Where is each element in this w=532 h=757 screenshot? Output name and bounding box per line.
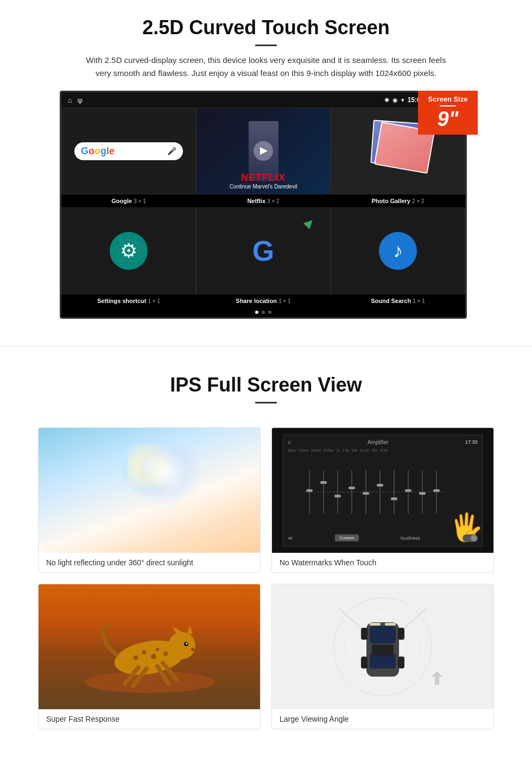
- title-divider-2: [255, 402, 277, 403]
- svg-point-34: [134, 655, 138, 660]
- badge-divider: [440, 105, 456, 106]
- usb-icon: ψ: [78, 96, 83, 104]
- cheetah-caption: Super Fast Response: [39, 709, 260, 729]
- svg-rect-13: [334, 495, 341, 497]
- svg-marker-53: [432, 671, 442, 685]
- svg-rect-12: [320, 481, 327, 484]
- music-icon-circle: ♪: [379, 232, 417, 270]
- svg-rect-18: [405, 489, 411, 492]
- section-divider: [0, 346, 532, 346]
- app-grid-row2: ⚙ ⚙ G: [61, 207, 465, 294]
- dot-1[interactable]: [255, 311, 258, 314]
- svg-rect-19: [419, 492, 426, 495]
- sunlight-image: [39, 428, 260, 553]
- feature-card-sunlight: No light reflecting under 360° direct su…: [38, 427, 261, 573]
- netflix-logo: NETFLIX: [202, 172, 325, 184]
- location-app-cell[interactable]: G: [196, 207, 331, 294]
- svg-rect-20: [433, 489, 440, 492]
- loudness-toggle[interactable]: [463, 534, 478, 542]
- svg-marker-26: [187, 625, 193, 635]
- svg-point-33: [156, 648, 159, 651]
- device-wrapper: Screen Size 9" ⌂ ψ ✱ ◉ ▾ 15:06: [60, 91, 472, 319]
- amp-title: Amplifier: [368, 439, 389, 445]
- svg-point-31: [142, 650, 146, 654]
- svg-rect-47: [361, 628, 368, 640]
- svg-point-37: [186, 643, 188, 645]
- feature-card-amplifier: ⌂ Amplifier 17:33 60hz 100hz 200hz 500hz…: [271, 427, 494, 573]
- svg-point-32: [151, 654, 156, 659]
- amp-home: ⌂: [288, 439, 290, 445]
- android-screen: ⌂ ψ ✱ ◉ ▾ 15:06 ⊡ ◁) ⊠ ▭: [60, 91, 467, 319]
- app-label-row1: Google 3 × 1 Netflix 3 × 2 Photo Gallery…: [61, 194, 465, 207]
- svg-rect-15: [363, 492, 369, 495]
- cheetah-svg: [73, 598, 225, 696]
- google-search-bar[interactable]: Google 🎤: [74, 142, 183, 160]
- amp-freq-labels: 60hz 100hz 200hz 500hz 1k 2.5k 10k 12.5k…: [288, 449, 477, 452]
- feature-grid: No light reflecting under 360° direct su…: [27, 427, 505, 729]
- amplifier-image: ⌂ Amplifier 17:33 60hz 100hz 200hz 500hz…: [272, 428, 493, 553]
- section1-description: With 2.5D curved-display screen, this de…: [81, 54, 451, 80]
- music-icon: ♪: [393, 239, 403, 262]
- dot-2[interactable]: [262, 311, 265, 314]
- location-label: Share location 1 × 1: [196, 297, 331, 305]
- netflix-app-cell[interactable]: NETFLIX Continue Marvel's Daredevil: [196, 108, 331, 194]
- custom-button[interactable]: Custom: [335, 534, 359, 541]
- amp-header: ⌂ Amplifier 17:33: [288, 439, 477, 445]
- bluetooth-icon: ✱: [384, 97, 389, 104]
- amplifier-caption: No Watermarks When Touch: [272, 553, 493, 572]
- loudness-label: loudness: [401, 535, 420, 541]
- eq-sliders-svg: [304, 465, 445, 519]
- home-icon[interactable]: ⌂: [68, 96, 72, 104]
- svg-rect-52: [385, 623, 396, 626]
- play-button[interactable]: [254, 141, 273, 161]
- section-ips: IPS Full Screen View: [0, 363, 532, 427]
- svg-rect-51: [370, 623, 381, 626]
- svg-rect-16: [377, 484, 383, 487]
- google-label: Google 3 × 1: [61, 197, 196, 205]
- dot-3[interactable]: [268, 311, 271, 314]
- google-logo: Google: [81, 146, 115, 157]
- wifi-icon: ▾: [401, 97, 404, 104]
- mic-icon[interactable]: 🎤: [167, 147, 176, 155]
- title-divider: [255, 45, 277, 46]
- car-caption: Large Viewing Angle: [272, 709, 493, 729]
- app-grid-row1: Google 🎤: [61, 108, 465, 194]
- svg-rect-44: [370, 626, 396, 644]
- svg-rect-14: [349, 487, 355, 489]
- screen-size-badge: Screen Size 9": [418, 91, 478, 135]
- nav-arrow: [305, 219, 314, 228]
- svg-point-24: [168, 632, 195, 659]
- section-curved: 2.5D Curved Touch Screen With 2.5D curve…: [0, 0, 532, 330]
- google-app-cell[interactable]: Google 🎤: [61, 108, 196, 194]
- section2-title: IPS Full Screen View: [33, 374, 499, 396]
- google-g-letter: G: [252, 237, 274, 265]
- car-svg: [307, 592, 459, 701]
- sound-app-cell[interactable]: ♪: [331, 207, 465, 294]
- status-bar-left: ⌂ ψ: [68, 96, 83, 104]
- settings-app-cell[interactable]: ⚙ ⚙: [61, 207, 196, 294]
- feature-card-car: Large Viewing Angle: [271, 584, 494, 729]
- cheetah-image: [39, 584, 260, 709]
- amp-back: ≪: [288, 535, 293, 541]
- svg-rect-17: [391, 497, 397, 500]
- svg-rect-11: [306, 489, 313, 492]
- amp-time: 17:33: [465, 439, 478, 445]
- car-image: [272, 584, 493, 709]
- section1-title: 2.5D Curved Touch Screen: [33, 16, 499, 39]
- status-bar: ⌂ ψ ✱ ◉ ▾ 15:06 ⊡ ◁) ⊠ ▭: [61, 92, 465, 108]
- svg-rect-48: [398, 628, 404, 640]
- amp-sliders-container: 🖐: [304, 452, 477, 532]
- netflix-label: Netflix 3 × 2: [196, 197, 331, 205]
- badge-size: 9": [423, 109, 472, 129]
- feature-card-cheetah: Super Fast Response: [38, 584, 261, 729]
- amp-screen: ⌂ Amplifier 17:33 60hz 100hz 200hz 500hz…: [283, 434, 482, 547]
- svg-point-22: [84, 671, 214, 693]
- svg-rect-49: [361, 657, 368, 668]
- sound-label: Sound Search 1 × 1: [331, 297, 465, 305]
- svg-rect-50: [398, 657, 404, 668]
- svg-rect-46: [372, 645, 394, 655]
- settings-shadow-icons: ⚙: [109, 226, 148, 276]
- lens-flare: [127, 433, 203, 509]
- sunlight-caption: No light reflecting under 360° direct su…: [39, 553, 260, 572]
- location-icon: ◉: [392, 97, 398, 104]
